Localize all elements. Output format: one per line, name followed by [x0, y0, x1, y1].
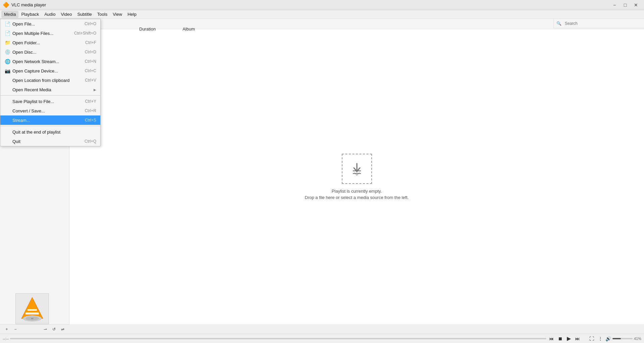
- menu-view[interactable]: View: [110, 11, 125, 18]
- open-network-icon: 🌐: [4, 58, 10, 64]
- open-clipboard-shortcut: Ctrl+V: [85, 78, 96, 83]
- menu-open-folder[interactable]: 📁 Open Folder... Ctrl+F: [0, 38, 100, 47]
- open-file-label: Open File...: [12, 21, 35, 27]
- convert-save-icon: [4, 108, 10, 114]
- menu-playback[interactable]: Playback: [18, 11, 42, 18]
- menu-convert-save[interactable]: Convert / Save... Ctrl+R: [0, 106, 100, 115]
- volume-area: 🔊 41%: [605, 336, 641, 341]
- menu-open-recent[interactable]: Open Recent Media ▶: [0, 85, 100, 94]
- time-elapsed: --:--: [3, 337, 9, 341]
- app-title: VLC media player: [11, 2, 46, 7]
- add-media-button[interactable]: +: [3, 326, 11, 333]
- search-input[interactable]: [563, 20, 641, 27]
- volume-slider[interactable]: [612, 338, 633, 339]
- convert-save-label: Convert / Save...: [12, 108, 45, 113]
- separator-1: [0, 95, 100, 96]
- menu-save-playlist[interactable]: Save Playlist to File... Ctrl+Y: [0, 97, 100, 106]
- empty-playlist-line1: Playlist is currently empty.: [332, 189, 382, 194]
- stream-shortcut: Ctrl+S: [85, 118, 96, 122]
- menu-audio[interactable]: Audio: [42, 11, 58, 18]
- open-disc-shortcut: Ctrl+D: [85, 50, 96, 54]
- play-button[interactable]: ▶: [565, 335, 573, 342]
- open-file-icon: 📄: [4, 21, 10, 27]
- open-multiple-icon: 📄: [4, 30, 10, 36]
- vlc-thumbnail: [15, 293, 49, 324]
- menu-video[interactable]: Video: [58, 11, 74, 18]
- media-dropdown-menu: 📄 Open File... Ctrl+O 📄 Open Multiple Fi…: [0, 19, 101, 146]
- loop-button[interactable]: ↺: [50, 326, 58, 333]
- search-icon: 🔍: [556, 21, 561, 26]
- menu-media[interactable]: Media: [1, 11, 18, 18]
- open-multiple-label: Open Multiple Files...: [12, 31, 53, 36]
- open-recent-arrow: ▶: [94, 88, 96, 92]
- menu-open-clipboard[interactable]: Open Location from clipboard Ctrl+V: [0, 76, 100, 85]
- open-network-label: Open Network Stream...: [12, 59, 59, 64]
- quit-icon: [4, 138, 10, 144]
- volume-percent: 41%: [634, 337, 641, 341]
- prev-button[interactable]: ⏮: [548, 335, 555, 342]
- save-playlist-label: Save Playlist to File...: [12, 99, 54, 104]
- menu-open-capture[interactable]: 📷 Open Capture Device... Ctrl+C: [0, 66, 100, 76]
- menu-tools[interactable]: Tools: [95, 11, 110, 18]
- close-button[interactable]: ✕: [631, 0, 641, 10]
- seek-bar[interactable]: [10, 338, 546, 339]
- menu-bar: Media Playback Audio Video Subtitle Tool…: [0, 10, 644, 19]
- svg-rect-7: [28, 309, 37, 311]
- menu-open-multiple[interactable]: 📄 Open Multiple Files... Ctrl+Shift+O: [0, 29, 100, 38]
- menu-subtitle[interactable]: Subtitle: [74, 11, 94, 18]
- content-area: Duration Album Playlist is currently emp…: [69, 19, 644, 324]
- minimize-button[interactable]: −: [609, 0, 620, 10]
- next-button[interactable]: ⏭: [574, 335, 581, 342]
- restore-button[interactable]: □: [620, 0, 631, 10]
- shuffle-button[interactable]: ⇌: [59, 326, 67, 333]
- open-recent-label: Open Recent Media: [12, 87, 51, 92]
- download-arrow-icon: [350, 161, 364, 176]
- quit-end-label: Quit at the end of playlist: [12, 130, 60, 135]
- menu-stream[interactable]: Stream... Ctrl+S: [0, 115, 100, 125]
- svg-marker-5: [21, 297, 43, 318]
- empty-playlist-area: Playlist is currently empty. Drop a file…: [69, 29, 644, 324]
- menu-open-disc[interactable]: 💿 Open Disc... Ctrl+D: [0, 47, 100, 57]
- random-button[interactable]: ⇀: [41, 326, 49, 333]
- fullscreen-button[interactable]: ⛶: [588, 335, 595, 342]
- open-disc-icon: 💿: [4, 49, 10, 55]
- vlc-icon: 🔶: [3, 2, 9, 8]
- save-playlist-icon: [4, 98, 10, 104]
- search-bar: 🔍: [553, 19, 644, 28]
- open-folder-shortcut: Ctrl+F: [85, 40, 96, 45]
- svg-rect-6: [25, 312, 39, 314]
- stream-icon: [4, 117, 10, 123]
- title-bar: 🔶 VLC media player − □ ✕: [0, 0, 644, 10]
- menu-open-network[interactable]: 🌐 Open Network Stream... Ctrl+N: [0, 57, 100, 66]
- menu-quit-end[interactable]: Quit at the end of playlist: [0, 127, 100, 137]
- open-clipboard-label: Open Location from clipboard: [12, 78, 70, 83]
- quit-end-icon: [4, 129, 10, 135]
- stop-button[interactable]: ⏹: [556, 335, 564, 342]
- quit-shortcut: Ctrl+Q: [85, 139, 96, 144]
- open-clipboard-icon: [4, 77, 10, 83]
- stream-label: Stream...: [12, 118, 30, 123]
- separator-2: [0, 126, 100, 126]
- svg-point-10: [31, 318, 34, 319]
- menu-quit[interactable]: Quit Ctrl+Q: [0, 137, 100, 146]
- bottom-toolbar: + − ⇀ ↺ ⇌: [0, 324, 69, 334]
- open-multiple-shortcut: Ctrl+Shift+O: [74, 31, 96, 36]
- volume-fill: [612, 338, 621, 339]
- open-disc-label: Open Disc...: [12, 50, 37, 55]
- open-file-shortcut: Ctrl+O: [85, 21, 96, 26]
- empty-playlist-line2: Drop a file here or select a media sourc…: [305, 195, 409, 200]
- menu-help[interactable]: Help: [125, 11, 139, 18]
- open-network-shortcut: Ctrl+N: [85, 59, 96, 64]
- title-bar-left: 🔶 VLC media player: [3, 2, 46, 8]
- vlc-logo-thumbnail: [19, 296, 46, 322]
- save-playlist-shortcut: Ctrl+Y: [85, 99, 96, 104]
- extended-settings-button[interactable]: ⋮: [597, 335, 604, 342]
- title-bar-controls: − □ ✕: [609, 0, 641, 10]
- open-capture-shortcut: Ctrl+C: [85, 68, 96, 73]
- quit-label: Quit: [12, 139, 20, 144]
- convert-save-shortcut: Ctrl+R: [85, 108, 96, 113]
- open-folder-icon: 📁: [4, 40, 10, 46]
- remove-media-button[interactable]: −: [11, 326, 19, 333]
- drop-zone-icon: [342, 154, 372, 184]
- menu-open-file[interactable]: 📄 Open File... Ctrl+O: [0, 19, 100, 29]
